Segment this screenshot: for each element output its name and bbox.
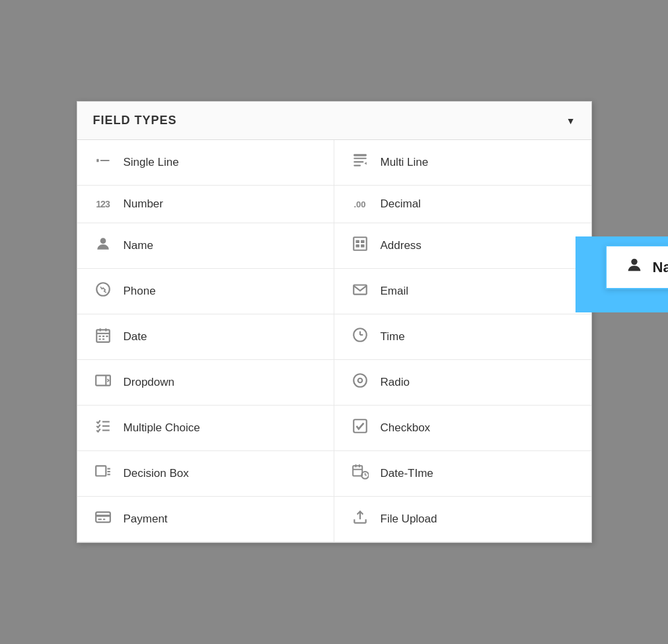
svg-rect-8 <box>355 240 359 243</box>
dropdown-field-icon <box>93 372 113 393</box>
svg-rect-48 <box>98 519 101 520</box>
svg-point-30 <box>358 379 361 382</box>
payment-icon <box>93 509 113 530</box>
svg-rect-4 <box>353 161 363 162</box>
field-label-address: Address <box>381 239 422 252</box>
svg-rect-1 <box>100 160 109 161</box>
field-label-multi-line: Multi Line <box>381 156 429 169</box>
svg-rect-39 <box>353 466 362 476</box>
field-label-email: Email <box>381 285 409 298</box>
field-item-multi-line[interactable]: Multi Line <box>334 140 591 186</box>
svg-rect-21 <box>102 338 104 340</box>
field-label-date: Date <box>124 330 147 343</box>
tooltip-name-icon <box>625 256 644 279</box>
time-icon <box>350 326 370 347</box>
field-item-date[interactable]: Date <box>77 314 334 360</box>
address-icon <box>350 235 370 256</box>
field-label-date-time: Date-TIme <box>381 467 433 480</box>
field-label-checkbox: Checkbox <box>381 421 431 435</box>
multiple-choice-icon <box>93 417 113 439</box>
drag-tooltip: Name <box>605 245 669 289</box>
field-grid: Single Line Multi Line 123 <box>77 140 591 542</box>
field-item-name[interactable]: Name <box>77 223 334 269</box>
phone-icon <box>93 281 113 302</box>
field-item-payment[interactable]: Payment <box>77 497 334 542</box>
field-label-file-upload: File Upload <box>381 513 437 526</box>
multi-line-icon <box>350 152 370 173</box>
email-icon <box>350 281 370 302</box>
svg-rect-35 <box>96 466 106 476</box>
field-item-time[interactable]: Time <box>334 314 591 360</box>
svg-rect-46 <box>96 512 110 522</box>
svg-point-54 <box>631 259 637 265</box>
svg-rect-18 <box>98 336 100 337</box>
date-time-icon <box>350 463 370 484</box>
field-item-number[interactable]: 123 Number <box>77 186 334 223</box>
panel-header: FIELD TYPES ▼ <box>77 102 591 140</box>
field-label-payment: Payment <box>124 513 168 526</box>
tooltip-label: Name <box>653 259 669 276</box>
svg-rect-2 <box>353 154 367 156</box>
field-item-checkbox[interactable]: Checkbox <box>334 406 591 451</box>
field-item-phone[interactable]: Phone <box>77 269 334 314</box>
decision-box-icon <box>93 463 113 484</box>
date-icon <box>93 326 113 347</box>
svg-rect-22 <box>106 336 108 337</box>
svg-rect-49 <box>103 519 105 520</box>
dropdown-arrow-icon[interactable]: ▼ <box>566 116 575 126</box>
file-upload-icon <box>350 509 370 530</box>
field-item-radio[interactable]: Radio <box>334 360 591 406</box>
field-label-decimal: Decimal <box>381 197 421 211</box>
svg-rect-19 <box>102 336 104 337</box>
field-label-radio: Radio <box>381 376 410 389</box>
field-label-single-line: Single Line <box>124 156 179 169</box>
number-icon: 123 <box>93 199 113 209</box>
field-label-multiple-choice: Multiple Choice <box>124 421 200 435</box>
field-label-phone: Phone <box>124 285 156 298</box>
field-item-file-upload[interactable]: File Upload <box>334 497 591 542</box>
field-item-dropdown[interactable]: Dropdown <box>77 360 334 406</box>
field-item-decision-box[interactable]: Decision Box <box>77 451 334 497</box>
name-icon <box>93 235 113 256</box>
svg-point-12 <box>96 283 110 296</box>
svg-rect-7 <box>353 237 367 250</box>
field-item-email[interactable]: Email <box>334 269 591 314</box>
svg-rect-3 <box>353 158 367 159</box>
field-label-name: Name <box>124 239 153 252</box>
svg-rect-9 <box>361 240 364 243</box>
svg-rect-11 <box>361 244 364 247</box>
panel: FIELD TYPES ▼ Single Line <box>77 101 592 543</box>
checkbox-icon <box>350 417 370 439</box>
svg-rect-5 <box>353 165 361 166</box>
field-label-time: Time <box>381 330 405 343</box>
field-label-dropdown: Dropdown <box>124 376 175 389</box>
field-item-single-line[interactable]: Single Line <box>77 140 334 186</box>
field-label-number: Number <box>124 197 163 211</box>
svg-rect-20 <box>98 338 100 340</box>
svg-rect-10 <box>355 244 359 247</box>
field-label-decision-box: Decision Box <box>124 467 189 480</box>
field-item-decimal[interactable]: .00 Decimal <box>334 186 591 223</box>
field-item-date-time[interactable]: Date-TIme <box>334 451 591 497</box>
field-item-address[interactable]: Address <box>334 223 591 269</box>
field-types-panel: FIELD TYPES ▼ Single Line <box>77 101 592 543</box>
single-line-icon <box>93 152 113 173</box>
field-item-multiple-choice[interactable]: Multiple Choice <box>77 406 334 451</box>
svg-rect-0 <box>96 159 98 162</box>
svg-point-6 <box>100 238 106 244</box>
panel-title: FIELD TYPES <box>93 114 177 127</box>
radio-icon <box>350 372 370 393</box>
decimal-icon: .00 <box>350 199 370 209</box>
